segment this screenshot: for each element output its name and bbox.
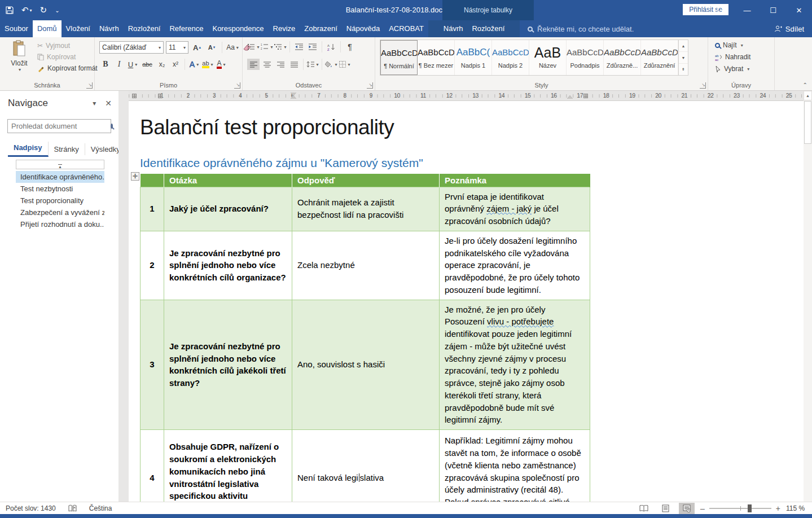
select-button[interactable]: Vybrat▾ xyxy=(715,65,750,73)
ribbon-tab[interactable]: Rozložení xyxy=(124,20,165,37)
language-indicator[interactable]: Čeština xyxy=(89,504,112,512)
note-cell[interactable]: Je-li pro účely dosažení legitimního pod… xyxy=(440,231,590,300)
maximize-button[interactable]: ☐ xyxy=(760,0,786,20)
tell-me-box[interactable]: Řekněte mi, co chcete udělat. xyxy=(528,20,634,37)
align-right-button[interactable] xyxy=(274,59,287,70)
table-row[interactable]: 3 Je zpracování nezbytné pro splnění jed… xyxy=(141,300,590,430)
table-tools-tab[interactable]: Rozložení xyxy=(467,20,509,37)
collapse-headings-button[interactable]: ▲ xyxy=(16,160,104,169)
ribbon-tab[interactable]: Soubor xyxy=(0,20,33,37)
replace-button[interactable]: abac Nahradit xyxy=(715,53,750,61)
question-cell[interactable]: Je zpracování nezbytné pro splnění jedno… xyxy=(164,231,292,300)
sort-button[interactable]: AZ xyxy=(325,41,337,52)
font-size-combo[interactable]: 11▾ xyxy=(166,41,188,54)
word-count[interactable]: Počet slov: 1430 xyxy=(6,504,56,512)
heading-nav-item[interactable]: Test proporcionality xyxy=(16,195,104,207)
paste-button[interactable]: Vložit ▾ xyxy=(5,40,34,82)
format-painter-button[interactable]: Kopírovat formát xyxy=(37,64,98,72)
ribbon-tab[interactable]: Korespondence xyxy=(208,20,268,37)
ribbon-tab[interactable]: Revize xyxy=(269,20,300,37)
collapse-ribbon-icon[interactable]: ⌃ xyxy=(803,82,807,88)
increase-indent-button[interactable] xyxy=(306,41,319,52)
font-color-button[interactable]: A▾ xyxy=(215,59,227,70)
share-button[interactable]: Sdílet xyxy=(774,20,804,37)
style-card[interactable]: AaBbC( Nadpis 1 xyxy=(455,40,492,75)
zoom-slider[interactable]: – + xyxy=(700,504,780,513)
note-cell[interactable]: První etapa je identifikovat oprávněný z… xyxy=(440,187,590,231)
row-number-cell[interactable]: 2 xyxy=(141,231,164,300)
navigation-close-icon[interactable]: ✕ xyxy=(105,99,112,108)
navigation-options-arrow-icon[interactable]: ▾ xyxy=(93,99,96,107)
clipboard-dialog-launcher[interactable]: ↘ xyxy=(86,82,93,89)
style-card[interactable]: AaBbCcDc Zdůraznění xyxy=(641,40,678,75)
paste-dropdown-arrow[interactable]: ▾ xyxy=(6,67,34,72)
numbered-list-button[interactable]: 12▾ xyxy=(261,41,273,52)
print-layout-view-icon[interactable] xyxy=(657,503,673,514)
note-cell[interactable]: Je možné, že jen pro účely Posouzení vli… xyxy=(440,300,590,430)
proofing-errors-icon[interactable] xyxy=(68,504,77,512)
answer-cell[interactable]: Ochránit majetek a zajistit bezpečnost l… xyxy=(292,187,440,231)
zoom-thumb[interactable] xyxy=(748,504,752,512)
table-row[interactable]: 1 Jaký je účel zpracování? Ochránit maje… xyxy=(141,187,590,231)
vertical-scrollbar[interactable]: ▲ xyxy=(804,91,812,502)
question-cell[interactable]: Je zpracování nezbytné pro splnění jedno… xyxy=(164,300,292,430)
font-name-combo[interactable]: Calibri (Záklaď▾ xyxy=(99,41,164,54)
answer-cell[interactable]: Ano, souvislost s hasiči xyxy=(292,300,440,430)
styles-scroll-down-icon[interactable]: ▼ xyxy=(679,52,688,64)
underline-button[interactable]: U▾ xyxy=(126,59,139,70)
zoom-track[interactable] xyxy=(709,508,771,509)
styles-dialog-launcher[interactable]: ↘ xyxy=(700,82,706,89)
line-spacing-button[interactable]: ▾ xyxy=(306,59,319,70)
table-row[interactable]: 2 Je zpracování nezbytné pro splnění jed… xyxy=(141,231,590,300)
zoom-out-icon[interactable]: – xyxy=(700,504,705,513)
highlight-button[interactable]: ab▾ xyxy=(201,59,214,70)
copy-button[interactable]: Kopírovat xyxy=(37,53,98,61)
row-number-cell[interactable]: 1 xyxy=(141,187,164,231)
align-left-button[interactable] xyxy=(247,59,260,70)
justify-button[interactable] xyxy=(288,59,300,70)
subscript-button[interactable]: x₂ xyxy=(156,59,168,70)
cut-button[interactable]: ✂ Vyjmout xyxy=(37,42,98,50)
change-case-button[interactable]: Aa▾ xyxy=(226,42,239,53)
style-card[interactable]: AaBbCcDc ¶ Normální xyxy=(380,40,418,75)
bold-button[interactable]: B xyxy=(99,59,112,70)
zoom-in-icon[interactable]: + xyxy=(776,504,780,513)
search-icon[interactable] xyxy=(111,124,113,129)
find-button[interactable]: Najít▾ xyxy=(715,41,750,49)
question-cell[interactable]: Obsahuje GDPR, nařízení o soukromí a ele… xyxy=(164,430,292,502)
scrollbar-thumb[interactable] xyxy=(804,101,811,144)
row-number-cell[interactable]: 3 xyxy=(141,300,164,430)
decrease-indent-button[interactable] xyxy=(293,41,305,52)
shading-button[interactable]: ▾ xyxy=(325,59,337,70)
web-layout-view-icon[interactable] xyxy=(679,503,695,514)
show-formatting-button[interactable]: ¶ xyxy=(344,41,356,52)
row-number-cell[interactable]: 4 xyxy=(141,430,164,502)
align-center-button[interactable] xyxy=(261,59,273,70)
heading-nav-item[interactable]: Zabezpečení a vyvážení zp... xyxy=(16,207,104,218)
heading-nav-item[interactable]: Identifikace oprávněného... xyxy=(16,171,104,183)
strikethrough-button[interactable]: abc xyxy=(140,59,155,70)
navigation-search-box[interactable]: ▾ xyxy=(7,119,111,133)
text-effects-button[interactable]: A▾ xyxy=(188,59,200,70)
heading-nav-item[interactable]: Test nezbytnosti xyxy=(16,183,104,195)
heading-nav-item[interactable]: Přijetí rozhodnutí a doku... xyxy=(16,218,104,230)
search-input[interactable] xyxy=(11,122,111,130)
styles-more-icon[interactable]: ⇟ xyxy=(679,64,688,75)
document-heading[interactable]: Identifikace oprávněného zájmu u "Kamero… xyxy=(140,156,804,170)
answer-cell[interactable]: Není taková legislativa xyxy=(292,430,440,502)
ribbon-tab[interactable]: Zobrazení xyxy=(300,20,342,37)
shrink-font-button[interactable]: A▾ xyxy=(205,42,218,53)
navigation-tab[interactable]: Nadpisy xyxy=(8,142,49,157)
bullet-list-button[interactable]: ▾ xyxy=(247,41,260,52)
table-row[interactable]: 4 Obsahuje GDPR, nařízení o soukromí a e… xyxy=(141,430,590,502)
style-card[interactable]: AaBbCcD Nadpis 2 xyxy=(492,40,529,75)
style-card[interactable]: AaB Název xyxy=(529,40,567,75)
zoom-level[interactable]: 115 % xyxy=(786,504,807,512)
document-title-text[interactable]: Balanční test proporcionality xyxy=(140,116,804,139)
ribbon-display-options-icon[interactable] xyxy=(708,0,734,20)
style-card[interactable]: AaBbCcD Podnadpis xyxy=(567,40,604,75)
hanging-indent-marker[interactable] xyxy=(291,95,296,99)
navigation-tab[interactable]: Stránky xyxy=(49,143,85,155)
font-dialog-launcher[interactable]: ↘ xyxy=(234,82,240,89)
ribbon-tab[interactable]: Návrh xyxy=(95,20,124,37)
